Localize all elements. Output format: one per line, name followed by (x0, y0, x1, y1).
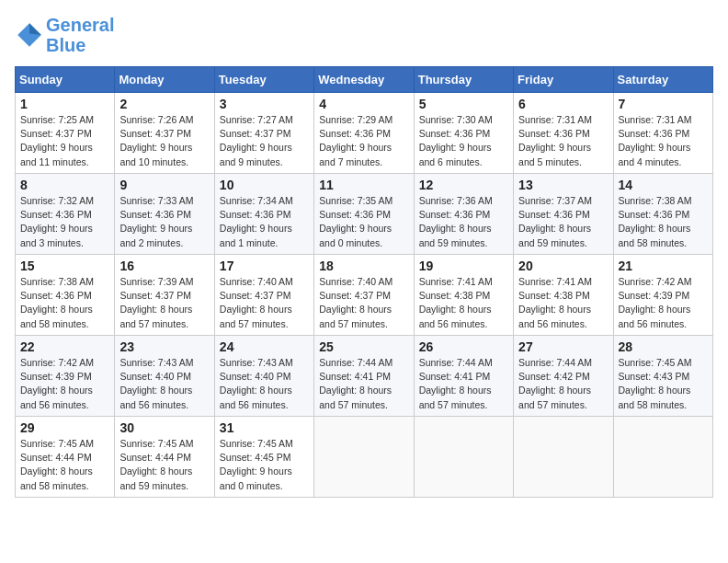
logo: General Blue (15, 15, 114, 55)
svg-marker-1 (29, 23, 41, 35)
calendar-cell: 9 Sunrise: 7:33 AM Sunset: 4:36 PM Dayli… (115, 174, 214, 255)
calendar-cell: 20 Sunrise: 7:41 AM Sunset: 4:38 PM Dayl… (514, 255, 613, 336)
day-number: 21 (619, 259, 708, 273)
calendar-cell: 23 Sunrise: 7:43 AM Sunset: 4:40 PM Dayl… (115, 336, 214, 417)
calendar-cell: 24 Sunrise: 7:43 AM Sunset: 4:40 PM Dayl… (214, 336, 313, 417)
day-info: Sunrise: 7:43 AM Sunset: 4:40 PM Dayligh… (119, 356, 209, 412)
day-info: Sunrise: 7:29 AM Sunset: 4:36 PM Dayligh… (319, 113, 408, 169)
day-number: 17 (220, 259, 309, 273)
day-number: 1 (20, 97, 109, 111)
logo-icon (15, 20, 44, 50)
day-info: Sunrise: 7:44 AM Sunset: 4:41 PM Dayligh… (319, 356, 408, 412)
calendar-cell: 27 Sunrise: 7:44 AM Sunset: 4:42 PM Dayl… (514, 336, 613, 417)
week-row-1: 1 Sunrise: 7:25 AM Sunset: 4:37 PM Dayli… (16, 93, 713, 174)
day-info: Sunrise: 7:40 AM Sunset: 4:37 PM Dayligh… (220, 275, 309, 331)
calendar-cell: 1 Sunrise: 7:25 AM Sunset: 4:37 PM Dayli… (16, 93, 115, 174)
calendar-cell: 12 Sunrise: 7:36 AM Sunset: 4:36 PM Dayl… (414, 174, 513, 255)
calendar-cell: 15 Sunrise: 7:38 AM Sunset: 4:36 PM Dayl… (16, 255, 115, 336)
day-info: Sunrise: 7:39 AM Sunset: 4:37 PM Dayligh… (119, 275, 209, 331)
week-row-5: 29 Sunrise: 7:45 AM Sunset: 4:44 PM Dayl… (16, 417, 713, 498)
day-info: Sunrise: 7:35 AM Sunset: 4:36 PM Dayligh… (319, 194, 408, 250)
day-info: Sunrise: 7:42 AM Sunset: 4:39 PM Dayligh… (619, 275, 708, 331)
day-number: 8 (20, 178, 109, 192)
calendar-cell: 25 Sunrise: 7:44 AM Sunset: 4:41 PM Dayl… (314, 336, 414, 417)
day-info: Sunrise: 7:31 AM Sunset: 4:36 PM Dayligh… (619, 113, 708, 169)
day-number: 2 (119, 97, 209, 111)
calendar-cell: 26 Sunrise: 7:44 AM Sunset: 4:41 PM Dayl… (414, 336, 513, 417)
day-number: 4 (319, 97, 408, 111)
calendar-cell: 4 Sunrise: 7:29 AM Sunset: 4:36 PM Dayli… (314, 93, 414, 174)
day-info: Sunrise: 7:44 AM Sunset: 4:42 PM Dayligh… (518, 356, 608, 412)
calendar-cell (414, 417, 513, 498)
day-info: Sunrise: 7:40 AM Sunset: 4:37 PM Dayligh… (319, 275, 408, 331)
day-number: 25 (319, 339, 408, 354)
calendar-cell: 29 Sunrise: 7:45 AM Sunset: 4:44 PM Dayl… (16, 417, 115, 498)
day-info: Sunrise: 7:34 AM Sunset: 4:36 PM Dayligh… (220, 194, 309, 250)
calendar-cell: 31 Sunrise: 7:45 AM Sunset: 4:45 PM Dayl… (214, 417, 313, 498)
day-number: 5 (419, 97, 508, 111)
day-number: 9 (119, 178, 209, 192)
day-number: 19 (419, 259, 508, 273)
calendar-cell: 17 Sunrise: 7:40 AM Sunset: 4:37 PM Dayl… (214, 255, 313, 336)
week-row-4: 22 Sunrise: 7:42 AM Sunset: 4:39 PM Dayl… (16, 336, 713, 417)
day-number: 28 (619, 339, 708, 354)
calendar-cell: 6 Sunrise: 7:31 AM Sunset: 4:36 PM Dayli… (514, 93, 613, 174)
week-row-3: 15 Sunrise: 7:38 AM Sunset: 4:36 PM Dayl… (16, 255, 713, 336)
day-info: Sunrise: 7:45 AM Sunset: 4:43 PM Dayligh… (619, 356, 708, 412)
day-info: Sunrise: 7:25 AM Sunset: 4:37 PM Dayligh… (20, 113, 109, 169)
calendar-table: SundayMondayTuesdayWednesdayThursdayFrid… (15, 66, 713, 498)
calendar-cell (613, 417, 712, 498)
day-info: Sunrise: 7:36 AM Sunset: 4:36 PM Dayligh… (419, 194, 508, 250)
day-info: Sunrise: 7:42 AM Sunset: 4:39 PM Dayligh… (20, 356, 109, 412)
calendar-cell: 3 Sunrise: 7:27 AM Sunset: 4:37 PM Dayli… (214, 93, 313, 174)
calendar-cell: 5 Sunrise: 7:30 AM Sunset: 4:36 PM Dayli… (414, 93, 513, 174)
day-number: 7 (619, 97, 708, 111)
logo-text-general: General (46, 15, 114, 35)
calendar-cell: 13 Sunrise: 7:37 AM Sunset: 4:36 PM Dayl… (514, 174, 613, 255)
calendar-cell: 22 Sunrise: 7:42 AM Sunset: 4:39 PM Dayl… (16, 336, 115, 417)
day-number: 24 (220, 339, 309, 354)
calendar-cell: 11 Sunrise: 7:35 AM Sunset: 4:36 PM Dayl… (314, 174, 414, 255)
calendar-cell (314, 417, 414, 498)
weekday-header-tuesday: Tuesday (214, 67, 313, 93)
day-number: 13 (518, 178, 608, 192)
weekday-header-row: SundayMondayTuesdayWednesdayThursdayFrid… (16, 67, 713, 93)
weekday-header-monday: Monday (115, 67, 214, 93)
day-info: Sunrise: 7:27 AM Sunset: 4:37 PM Dayligh… (220, 113, 309, 169)
day-number: 16 (119, 259, 209, 273)
day-info: Sunrise: 7:45 AM Sunset: 4:44 PM Dayligh… (20, 437, 109, 493)
calendar-cell: 10 Sunrise: 7:34 AM Sunset: 4:36 PM Dayl… (214, 174, 313, 255)
calendar-cell: 21 Sunrise: 7:42 AM Sunset: 4:39 PM Dayl… (613, 255, 712, 336)
day-info: Sunrise: 7:45 AM Sunset: 4:44 PM Dayligh… (119, 437, 209, 493)
day-number: 14 (619, 178, 708, 192)
weekday-header-wednesday: Wednesday (314, 67, 414, 93)
weekday-header-friday: Friday (514, 67, 613, 93)
day-number: 10 (220, 178, 309, 192)
day-info: Sunrise: 7:33 AM Sunset: 4:36 PM Dayligh… (119, 194, 209, 250)
calendar-cell: 2 Sunrise: 7:26 AM Sunset: 4:37 PM Dayli… (115, 93, 214, 174)
week-row-2: 8 Sunrise: 7:32 AM Sunset: 4:36 PM Dayli… (16, 174, 713, 255)
page-header: General Blue (15, 15, 713, 55)
calendar-cell: 19 Sunrise: 7:41 AM Sunset: 4:38 PM Dayl… (414, 255, 513, 336)
calendar-cell: 28 Sunrise: 7:45 AM Sunset: 4:43 PM Dayl… (613, 336, 712, 417)
day-number: 11 (319, 178, 408, 192)
day-number: 22 (20, 339, 109, 354)
day-number: 26 (419, 339, 508, 354)
calendar-cell: 8 Sunrise: 7:32 AM Sunset: 4:36 PM Dayli… (16, 174, 115, 255)
calendar-cell: 18 Sunrise: 7:40 AM Sunset: 4:37 PM Dayl… (314, 255, 414, 336)
calendar-cell: 7 Sunrise: 7:31 AM Sunset: 4:36 PM Dayli… (613, 93, 712, 174)
day-number: 18 (319, 259, 408, 273)
weekday-header-thursday: Thursday (414, 67, 513, 93)
calendar-cell: 16 Sunrise: 7:39 AM Sunset: 4:37 PM Dayl… (115, 255, 214, 336)
weekday-header-saturday: Saturday (613, 67, 712, 93)
day-info: Sunrise: 7:41 AM Sunset: 4:38 PM Dayligh… (518, 275, 608, 331)
day-info: Sunrise: 7:31 AM Sunset: 4:36 PM Dayligh… (518, 113, 608, 169)
calendar-cell (514, 417, 613, 498)
logo-text-blue: Blue (46, 35, 114, 55)
day-number: 27 (518, 339, 608, 354)
day-number: 12 (419, 178, 508, 192)
weekday-header-sunday: Sunday (16, 67, 115, 93)
day-info: Sunrise: 7:43 AM Sunset: 4:40 PM Dayligh… (220, 356, 309, 412)
day-number: 31 (220, 420, 309, 435)
day-number: 3 (220, 97, 309, 111)
